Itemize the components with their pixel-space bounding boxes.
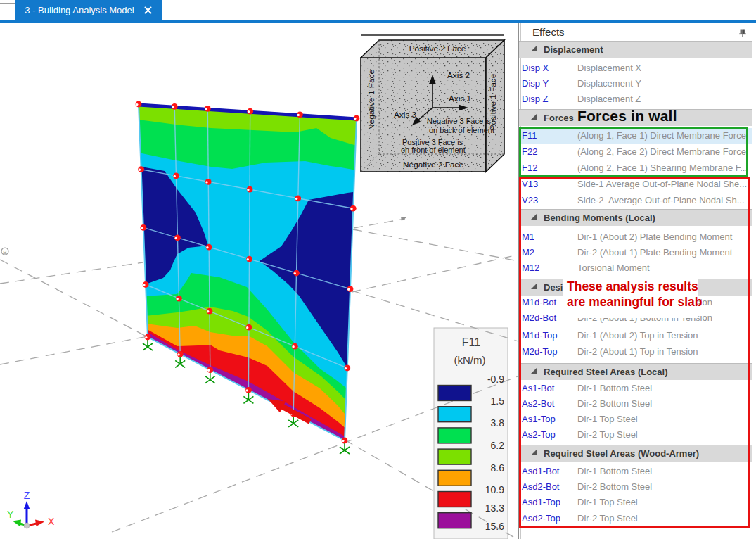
svg-text:15.6: 15.6	[485, 521, 504, 532]
svg-text:on front of element: on front of element	[401, 146, 466, 154]
svg-text:Negative 2 Face: Negative 2 Face	[403, 160, 463, 170]
svg-text:13.3: 13.3	[485, 502, 504, 514]
svg-text:1.5: 1.5	[491, 395, 505, 407]
svg-text:Axis 2: Axis 2	[447, 70, 470, 80]
svg-text:on back of element: on back of element	[429, 126, 494, 134]
svg-text:6.2: 6.2	[491, 440, 505, 451]
svg-text:Negative 3 Face is: Negative 3 Face is	[427, 117, 492, 125]
svg-text:10.9: 10.9	[485, 484, 504, 495]
svg-text:Axis 1: Axis 1	[449, 94, 471, 103]
svg-text:Y: Y	[7, 509, 14, 520]
svg-text:Axis 3: Axis 3	[394, 110, 417, 120]
svg-text:8.6: 8.6	[491, 462, 505, 474]
svg-text:X: X	[48, 516, 55, 527]
svg-text:(kN/m): (kN/m)	[454, 354, 486, 366]
svg-text:B: B	[3, 249, 6, 255]
svg-text:F11: F11	[462, 336, 480, 348]
svg-text:Positive 2 Face: Positive 2 Face	[409, 44, 466, 53]
svg-text:3.8: 3.8	[491, 417, 505, 429]
svg-text:Negative 1 Face: Negative 1 Face	[366, 70, 376, 130]
svg-text:-0.9: -0.9	[487, 374, 504, 385]
svg-text:Z: Z	[24, 490, 30, 501]
